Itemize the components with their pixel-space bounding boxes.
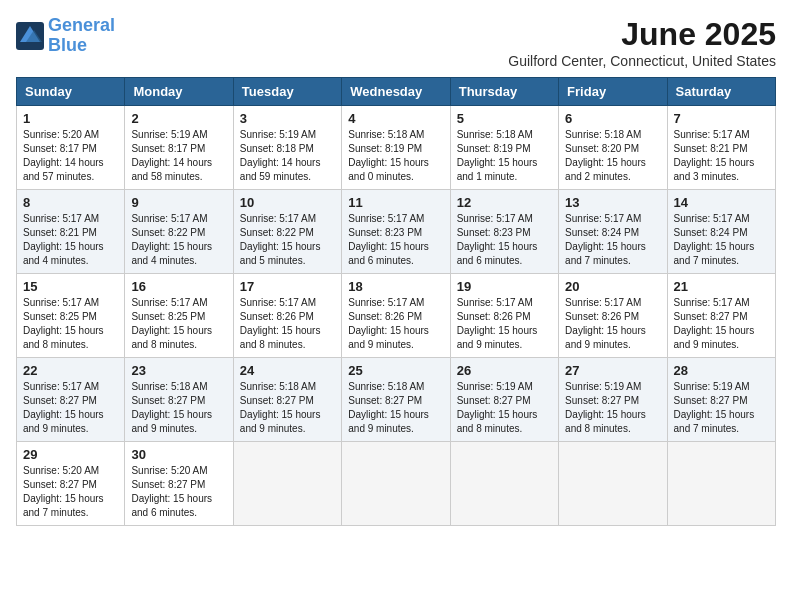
day-info: Sunrise: 5:17 AM Sunset: 8:24 PM Dayligh…: [674, 212, 769, 268]
day-info: Sunrise: 5:20 AM Sunset: 8:27 PM Dayligh…: [131, 464, 226, 520]
calendar-cell: 14Sunrise: 5:17 AM Sunset: 8:24 PM Dayli…: [667, 190, 775, 274]
weekday-header-saturday: Saturday: [667, 78, 775, 106]
day-info: Sunrise: 5:17 AM Sunset: 8:22 PM Dayligh…: [240, 212, 335, 268]
day-number: 5: [457, 111, 552, 126]
day-number: 23: [131, 363, 226, 378]
calendar-week-row: 15Sunrise: 5:17 AM Sunset: 8:25 PM Dayli…: [17, 274, 776, 358]
day-info: Sunrise: 5:17 AM Sunset: 8:25 PM Dayligh…: [131, 296, 226, 352]
day-info: Sunrise: 5:17 AM Sunset: 8:23 PM Dayligh…: [457, 212, 552, 268]
weekday-header-thursday: Thursday: [450, 78, 558, 106]
day-info: Sunrise: 5:17 AM Sunset: 8:27 PM Dayligh…: [23, 380, 118, 436]
day-number: 30: [131, 447, 226, 462]
month-title: June 2025: [508, 16, 776, 53]
day-number: 22: [23, 363, 118, 378]
calendar-cell: [559, 442, 667, 526]
weekday-header-wednesday: Wednesday: [342, 78, 450, 106]
calendar-cell: 1Sunrise: 5:20 AM Sunset: 8:17 PM Daylig…: [17, 106, 125, 190]
day-number: 6: [565, 111, 660, 126]
calendar-cell: 25Sunrise: 5:18 AM Sunset: 8:27 PM Dayli…: [342, 358, 450, 442]
calendar-cell: 22Sunrise: 5:17 AM Sunset: 8:27 PM Dayli…: [17, 358, 125, 442]
day-number: 13: [565, 195, 660, 210]
day-info: Sunrise: 5:17 AM Sunset: 8:24 PM Dayligh…: [565, 212, 660, 268]
day-number: 24: [240, 363, 335, 378]
calendar-cell: 12Sunrise: 5:17 AM Sunset: 8:23 PM Dayli…: [450, 190, 558, 274]
logo: General Blue: [16, 16, 115, 56]
calendar-cell: 7Sunrise: 5:17 AM Sunset: 8:21 PM Daylig…: [667, 106, 775, 190]
day-number: 9: [131, 195, 226, 210]
calendar-cell: [233, 442, 341, 526]
calendar-cell: 29Sunrise: 5:20 AM Sunset: 8:27 PM Dayli…: [17, 442, 125, 526]
day-info: Sunrise: 5:20 AM Sunset: 8:17 PM Dayligh…: [23, 128, 118, 184]
calendar-cell: 23Sunrise: 5:18 AM Sunset: 8:27 PM Dayli…: [125, 358, 233, 442]
calendar-table: SundayMondayTuesdayWednesdayThursdayFrid…: [16, 77, 776, 526]
day-info: Sunrise: 5:19 AM Sunset: 8:27 PM Dayligh…: [674, 380, 769, 436]
day-info: Sunrise: 5:17 AM Sunset: 8:26 PM Dayligh…: [565, 296, 660, 352]
calendar-cell: 19Sunrise: 5:17 AM Sunset: 8:26 PM Dayli…: [450, 274, 558, 358]
day-number: 10: [240, 195, 335, 210]
weekday-header-friday: Friday: [559, 78, 667, 106]
day-info: Sunrise: 5:17 AM Sunset: 8:21 PM Dayligh…: [674, 128, 769, 184]
calendar-cell: 18Sunrise: 5:17 AM Sunset: 8:26 PM Dayli…: [342, 274, 450, 358]
day-info: Sunrise: 5:17 AM Sunset: 8:26 PM Dayligh…: [348, 296, 443, 352]
calendar-cell: 28Sunrise: 5:19 AM Sunset: 8:27 PM Dayli…: [667, 358, 775, 442]
calendar-cell: 9Sunrise: 5:17 AM Sunset: 8:22 PM Daylig…: [125, 190, 233, 274]
calendar-cell: 4Sunrise: 5:18 AM Sunset: 8:19 PM Daylig…: [342, 106, 450, 190]
day-number: 25: [348, 363, 443, 378]
calendar-cell: 17Sunrise: 5:17 AM Sunset: 8:26 PM Dayli…: [233, 274, 341, 358]
day-number: 17: [240, 279, 335, 294]
calendar-week-row: 29Sunrise: 5:20 AM Sunset: 8:27 PM Dayli…: [17, 442, 776, 526]
day-number: 20: [565, 279, 660, 294]
day-number: 16: [131, 279, 226, 294]
day-info: Sunrise: 5:19 AM Sunset: 8:17 PM Dayligh…: [131, 128, 226, 184]
day-number: 11: [348, 195, 443, 210]
calendar-cell: 20Sunrise: 5:17 AM Sunset: 8:26 PM Dayli…: [559, 274, 667, 358]
calendar-week-row: 8Sunrise: 5:17 AM Sunset: 8:21 PM Daylig…: [17, 190, 776, 274]
calendar-cell: 21Sunrise: 5:17 AM Sunset: 8:27 PM Dayli…: [667, 274, 775, 358]
day-info: Sunrise: 5:18 AM Sunset: 8:27 PM Dayligh…: [240, 380, 335, 436]
day-number: 12: [457, 195, 552, 210]
calendar-cell: 5Sunrise: 5:18 AM Sunset: 8:19 PM Daylig…: [450, 106, 558, 190]
day-info: Sunrise: 5:17 AM Sunset: 8:27 PM Dayligh…: [674, 296, 769, 352]
calendar-cell: [342, 442, 450, 526]
calendar-cell: 24Sunrise: 5:18 AM Sunset: 8:27 PM Dayli…: [233, 358, 341, 442]
calendar-cell: [667, 442, 775, 526]
day-info: Sunrise: 5:19 AM Sunset: 8:18 PM Dayligh…: [240, 128, 335, 184]
day-number: 19: [457, 279, 552, 294]
day-info: Sunrise: 5:17 AM Sunset: 8:26 PM Dayligh…: [457, 296, 552, 352]
page-header: General Blue June 2025 Guilford Center, …: [16, 16, 776, 69]
logo-text: General Blue: [48, 16, 115, 56]
calendar-cell: 30Sunrise: 5:20 AM Sunset: 8:27 PM Dayli…: [125, 442, 233, 526]
day-info: Sunrise: 5:18 AM Sunset: 8:19 PM Dayligh…: [348, 128, 443, 184]
day-info: Sunrise: 5:17 AM Sunset: 8:23 PM Dayligh…: [348, 212, 443, 268]
day-number: 3: [240, 111, 335, 126]
calendar-cell: 15Sunrise: 5:17 AM Sunset: 8:25 PM Dayli…: [17, 274, 125, 358]
day-info: Sunrise: 5:17 AM Sunset: 8:21 PM Dayligh…: [23, 212, 118, 268]
title-block: June 2025 Guilford Center, Connecticut, …: [508, 16, 776, 69]
day-number: 4: [348, 111, 443, 126]
weekday-header-monday: Monday: [125, 78, 233, 106]
weekday-header-sunday: Sunday: [17, 78, 125, 106]
day-info: Sunrise: 5:18 AM Sunset: 8:20 PM Dayligh…: [565, 128, 660, 184]
calendar-cell: 11Sunrise: 5:17 AM Sunset: 8:23 PM Dayli…: [342, 190, 450, 274]
calendar-cell: 26Sunrise: 5:19 AM Sunset: 8:27 PM Dayli…: [450, 358, 558, 442]
calendar-cell: 8Sunrise: 5:17 AM Sunset: 8:21 PM Daylig…: [17, 190, 125, 274]
day-number: 1: [23, 111, 118, 126]
day-number: 15: [23, 279, 118, 294]
calendar-week-row: 22Sunrise: 5:17 AM Sunset: 8:27 PM Dayli…: [17, 358, 776, 442]
day-info: Sunrise: 5:19 AM Sunset: 8:27 PM Dayligh…: [565, 380, 660, 436]
day-number: 27: [565, 363, 660, 378]
day-number: 7: [674, 111, 769, 126]
day-number: 21: [674, 279, 769, 294]
day-number: 8: [23, 195, 118, 210]
calendar-cell: 10Sunrise: 5:17 AM Sunset: 8:22 PM Dayli…: [233, 190, 341, 274]
day-info: Sunrise: 5:17 AM Sunset: 8:26 PM Dayligh…: [240, 296, 335, 352]
day-number: 18: [348, 279, 443, 294]
logo-icon: [16, 22, 44, 50]
day-number: 28: [674, 363, 769, 378]
day-info: Sunrise: 5:18 AM Sunset: 8:27 PM Dayligh…: [348, 380, 443, 436]
day-number: 14: [674, 195, 769, 210]
calendar-cell: 3Sunrise: 5:19 AM Sunset: 8:18 PM Daylig…: [233, 106, 341, 190]
day-info: Sunrise: 5:18 AM Sunset: 8:27 PM Dayligh…: [131, 380, 226, 436]
day-number: 29: [23, 447, 118, 462]
day-info: Sunrise: 5:17 AM Sunset: 8:25 PM Dayligh…: [23, 296, 118, 352]
